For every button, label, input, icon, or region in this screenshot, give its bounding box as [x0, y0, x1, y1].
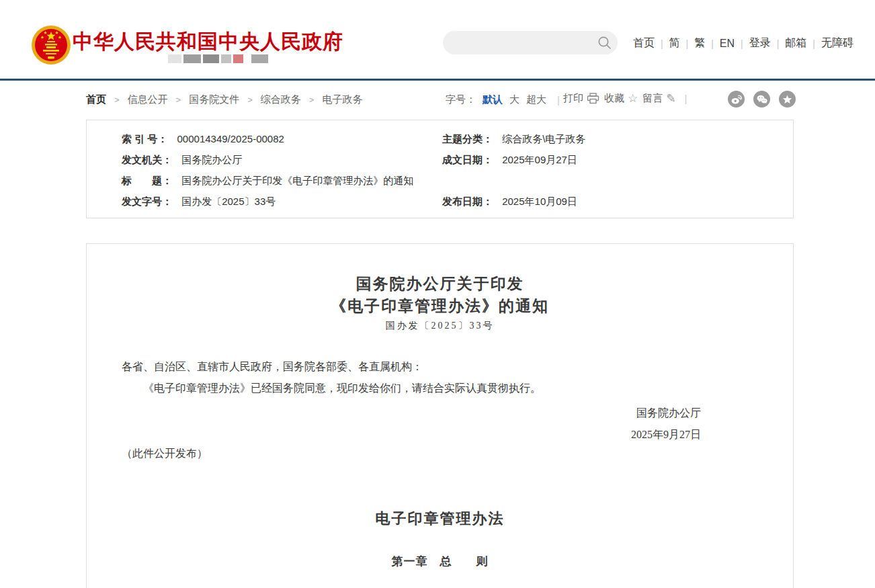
meta-topic-label: 主题分类： — [442, 133, 493, 144]
favorite-button[interactable]: 收藏 ☆ — [604, 92, 638, 105]
meta-written-date-label: 成文日期： — [442, 154, 493, 165]
breadcrumb: 首页 > 信息公开 > 国务院文件 > 综合政务 > 电子政务 — [86, 93, 362, 106]
breadcrumb-separator: > — [247, 95, 253, 105]
document-public-release-note: （此件公开发布） — [122, 447, 208, 461]
blurred-subtitle — [168, 54, 268, 63]
search-box[interactable] — [443, 31, 618, 54]
nav-traditional-chinese[interactable]: 繁 — [694, 36, 705, 50]
nav-separator: | — [812, 38, 815, 49]
font-size-default[interactable]: 默认 — [483, 93, 503, 106]
breadcrumb-home[interactable]: 首页 — [86, 93, 106, 106]
document-sign-date: 2025年9月27日 — [631, 424, 701, 446]
font-size-tools: 字号： 默认 大 超大 | — [446, 93, 564, 106]
breadcrumb-e-government[interactable]: 电子政务 — [322, 93, 362, 106]
qzone-star-icon — [782, 95, 792, 104]
breadcrumb-separator: > — [309, 95, 315, 105]
toolbar-separator: | — [553, 94, 564, 106]
meta-written-date-row: 成文日期： 2025年09月27日 — [442, 149, 793, 170]
nav-login[interactable]: 登录 — [749, 36, 771, 50]
document-signer: 国务院办公厅 — [631, 403, 701, 424]
meta-topic-value: 综合政务\电子政务 — [502, 133, 585, 144]
qzone-share-button[interactable] — [779, 91, 796, 108]
meta-written-date-value: 2025年09月27日 — [502, 154, 577, 165]
meta-publish-date-row: 发布日期： 2025年10月09日 — [442, 191, 793, 212]
chapter-one-heading: 第一章 总 则 — [87, 554, 793, 569]
meta-title-value: 国务院办公厅关于印发《电子印章管理办法》的通知 — [181, 175, 413, 186]
wechat-share-button[interactable] — [753, 91, 770, 108]
meta-publish-date-value: 2025年10月09日 — [502, 196, 577, 207]
document-metadata-box: 索 引 号： 000014349/2025-00082 主题分类： 综合政务\电… — [86, 120, 794, 218]
national-emblem-icon — [31, 24, 71, 66]
nav-mailbox[interactable]: 邮箱 — [785, 36, 806, 50]
nav-simplified-chinese[interactable]: 简 — [669, 36, 680, 50]
star-icon: ☆ — [628, 93, 638, 104]
wechat-icon — [757, 95, 767, 104]
nav-english[interactable]: EN — [720, 38, 735, 50]
share-icons — [728, 91, 796, 108]
breadcrumb-general-affairs[interactable]: 综合政务 — [261, 93, 301, 106]
comment-button[interactable]: 留言 ✎ — [642, 92, 675, 105]
meta-empty-cell — [442, 170, 793, 191]
meta-index-row: 索 引 号： 000014349/2025-00082 — [87, 128, 442, 149]
meta-publish-date-label: 发布日期： — [442, 196, 493, 207]
comment-label: 留言 — [642, 92, 663, 105]
meta-doc-no-row: 发文字号： 国办发〔2025〕33号 — [87, 191, 442, 212]
nav-accessibility[interactable]: 无障碍 — [821, 36, 853, 50]
print-label: 打印 — [563, 92, 583, 105]
breadcrumb-info-disclosure[interactable]: 信息公开 — [128, 93, 168, 106]
document-content-box: 国务院办公厅关于印发 《电子印章管理办法》的通知 国办发〔2025〕33号 各省… — [86, 243, 794, 588]
search-icon[interactable] — [592, 31, 618, 54]
document-salutation: 各省、自治区、直辖市人民政府，国务院各部委、各直属机构： — [122, 360, 758, 374]
document-title-line2: 《电子印章管理办法》的通知 — [87, 296, 793, 317]
breadcrumb-state-council-docs[interactable]: 国务院文件 — [189, 93, 239, 106]
page: 中华人民共和国中央人民政府 首页 | 简 | 繁 | EN | 登录 | 邮箱 … — [0, 0, 875, 588]
document-number: 国办发〔2025〕33号 — [87, 320, 793, 332]
nav-separator: | — [741, 38, 743, 49]
weibo-share-button[interactable] — [728, 91, 745, 108]
header-divider — [0, 79, 875, 81]
font-size-large[interactable]: 大 — [509, 93, 519, 106]
search-input[interactable] — [443, 31, 592, 54]
meta-issuer-label: 发文机关： — [122, 154, 172, 165]
meta-doc-no-value: 国办发〔2025〕33号 — [181, 196, 276, 207]
meta-doc-no-label: 发文字号： — [122, 196, 172, 207]
nav-separator: | — [711, 38, 714, 49]
font-size-label: 字号： — [446, 93, 476, 106]
printer-icon — [587, 93, 599, 104]
document-title-line1: 国务院办公厅关于印发 — [87, 274, 793, 294]
meta-issuer-row: 发文机关： 国务院办公厅 — [87, 149, 442, 170]
meta-title-label: 标 题： — [122, 175, 172, 186]
breadcrumb-separator: > — [176, 95, 181, 105]
nav-separator: | — [661, 38, 663, 49]
meta-index-label: 索 引 号： — [122, 133, 167, 144]
brand-logo-link[interactable] — [31, 24, 71, 66]
nav-home[interactable]: 首页 — [633, 36, 655, 50]
nav-separator: | — [777, 38, 780, 49]
site-title: 中华人民共和国中央人民政府 — [73, 28, 343, 56]
toolbar-separator: | — [681, 93, 692, 104]
meta-issuer-value: 国务院办公厅 — [181, 154, 242, 165]
favorite-label: 收藏 — [604, 92, 624, 105]
meta-title-row: 标 题： 国务院办公厅关于印发《电子印章管理办法》的通知 — [87, 170, 442, 191]
print-button[interactable]: 打印 — [563, 92, 599, 105]
document-signature-block: 国务院办公厅 2025年9月27日 — [631, 403, 701, 446]
nav-separator: | — [686, 38, 689, 49]
pencil-icon: ✎ — [666, 93, 675, 104]
regulation-title: 电子印章管理办法 — [87, 509, 793, 529]
meta-index-value: 000014349/2025-00082 — [177, 133, 284, 144]
top-nav: 首页 | 简 | 繁 | EN | 登录 | 邮箱 | 无障碍 — [633, 36, 853, 50]
document-paragraph: 《电子印章管理办法》已经国务院同意，现印发给你们，请结合实际认真贯彻执行。 — [122, 382, 758, 396]
breadcrumb-separator: > — [114, 95, 120, 105]
weibo-icon — [731, 95, 742, 104]
font-size-xlarge[interactable]: 超大 — [526, 93, 546, 106]
action-tools: 打印 收藏 ☆ 留言 ✎ | — [563, 92, 691, 105]
meta-topic-row: 主题分类： 综合政务\电子政务 — [442, 128, 793, 149]
